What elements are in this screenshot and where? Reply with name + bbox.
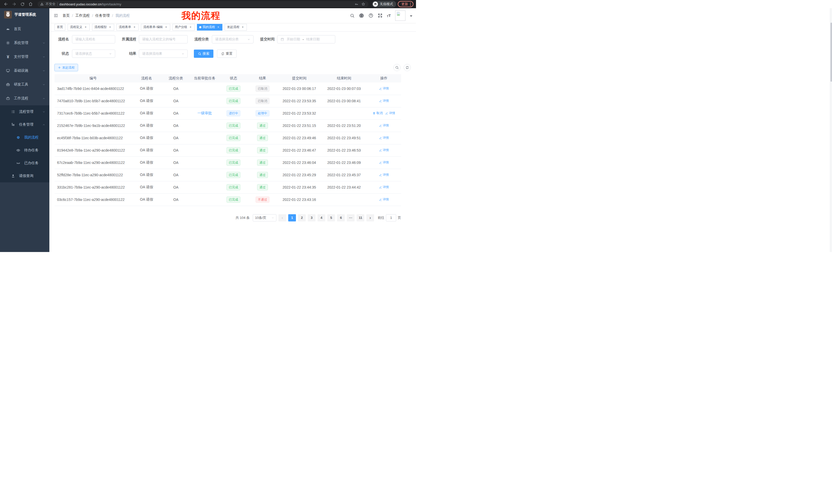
detail-link[interactable]: 详情 [379, 185, 389, 189]
process-def-input[interactable]: 请输入流程定义的编号 [139, 35, 188, 44]
logo-image [4, 11, 12, 19]
cell-submit-time: 2022-01-22 23:43:16 [277, 193, 321, 206]
sidebar-item-8[interactable]: 我的流程 [0, 131, 49, 144]
search-icon[interactable] [350, 13, 355, 18]
tab-1[interactable]: 流程定义× [68, 24, 90, 31]
sidebar-item-4[interactable]: 研发工具 [0, 78, 49, 91]
home-icon[interactable] [27, 1, 34, 7]
filter-result-label: 结果 [121, 51, 136, 56]
next-page-button[interactable]: › [366, 214, 374, 221]
breadcrumb-item: 我的流程 [115, 13, 130, 18]
cell-category: OA [161, 132, 190, 144]
show-search-button[interactable] [393, 64, 400, 71]
detail-link[interactable]: 详情 [379, 148, 389, 152]
cell-task [190, 181, 219, 193]
close-icon[interactable]: × [108, 25, 112, 29]
sidebar-item-3[interactable]: 基础设施 [0, 64, 49, 78]
search-button[interactable]: 搜索 [194, 50, 213, 58]
detail-link[interactable]: 详情 [379, 136, 389, 140]
eye-icon [16, 148, 21, 152]
sidebar-item-6[interactable]: 流程管理 [0, 105, 49, 118]
forward-icon[interactable] [11, 1, 18, 7]
browser-menu-icon[interactable] [410, 3, 411, 6]
address-bar[interactable]: 不安全 dashboard.yudao.iocoder.cn/bpm/task/… [37, 1, 368, 7]
process-name-input[interactable]: 请输入流程名 [72, 35, 115, 44]
tab-5[interactable]: 用户分组× [173, 24, 194, 31]
cell-actions: 详情 [367, 144, 401, 157]
task-link[interactable]: 一级审批 [198, 111, 212, 115]
date-range-picker[interactable]: 开始日期 - 结束日期 [277, 35, 335, 44]
detail-link[interactable]: 详情 [379, 99, 389, 103]
page-button-5[interactable]: 5 [327, 214, 335, 221]
date-start[interactable]: 开始日期 [287, 37, 300, 41]
sidebar-item-1[interactable]: 系统管理 [0, 36, 49, 50]
sidebar-item-11[interactable]: 请假查询 [0, 170, 49, 183]
font-size-icon[interactable]: TT [387, 13, 391, 18]
detail-link[interactable]: 详情 [385, 111, 395, 115]
goto-page-input[interactable] [386, 214, 396, 221]
cell-result: 通过 [248, 119, 277, 132]
star-icon[interactable] [361, 2, 366, 7]
status-select[interactable]: 请选择状态 [72, 50, 115, 58]
github-icon[interactable] [359, 13, 364, 18]
page-size-select[interactable]: 10条/页 [253, 214, 277, 221]
sidebar-item-0[interactable]: 首页 [0, 22, 49, 36]
detail-link[interactable]: 详情 [379, 197, 389, 202]
sidebar-item-label: 请假查询 [19, 174, 33, 178]
page-button-11[interactable]: 11 [357, 214, 364, 221]
breadcrumb-item[interactable]: 任务管理 [95, 13, 110, 18]
logo[interactable]: 芋道管理系统 [0, 8, 49, 21]
cancel-link[interactable]: 取消 [372, 111, 383, 115]
tab-3[interactable]: 流程表单× [116, 24, 138, 31]
detail-link[interactable]: 详情 [379, 160, 389, 165]
avatar[interactable] [395, 10, 406, 21]
update-button[interactable]: 更新 [398, 1, 413, 7]
close-icon[interactable]: × [133, 25, 136, 29]
page-button-4[interactable]: 4 [317, 214, 325, 221]
reload-icon[interactable] [19, 1, 26, 7]
edit-icon [379, 100, 382, 103]
cell-status: 已完成 [219, 157, 248, 169]
category-select[interactable]: 请选择流程分类 [212, 35, 254, 44]
prev-page-button[interactable]: ‹ [279, 214, 286, 221]
result-select[interactable]: 请选择流结果 [139, 50, 188, 58]
page-button-3[interactable]: 3 [308, 214, 315, 221]
sidebar-item-5[interactable]: 工作流程 [0, 91, 49, 105]
date-end[interactable]: 结束日期 [306, 37, 319, 41]
page-button-1[interactable]: 1 [288, 214, 296, 221]
pagination-ellipsis[interactable]: ··· [347, 214, 355, 221]
column-header: 结束时间 [321, 74, 367, 82]
sidebar-item-10[interactable]: 已办任务 [0, 157, 49, 170]
tab-0[interactable]: 首页 [54, 24, 65, 31]
create-process-button[interactable]: 发起流程 [54, 64, 78, 71]
sidebar-item-2[interactable]: ¥支付管理 [0, 50, 49, 64]
caret-down-icon[interactable] [410, 16, 412, 18]
tab-6[interactable]: 我的流程× [197, 24, 223, 31]
sidebar-item-7[interactable]: 任务管理 [0, 118, 49, 131]
tab-7[interactable]: 发起流程× [225, 24, 247, 31]
tab-2[interactable]: 流程模型× [92, 24, 114, 31]
back-icon[interactable] [3, 1, 9, 7]
breadcrumb-item[interactable]: 首页 [62, 13, 70, 18]
detail-link[interactable]: 详情 [379, 123, 389, 128]
close-icon[interactable]: × [164, 25, 168, 29]
detail-link[interactable]: 详情 [379, 173, 389, 177]
close-icon[interactable]: × [216, 25, 220, 29]
close-icon[interactable]: × [241, 25, 244, 29]
page-button-2[interactable]: 2 [298, 214, 306, 221]
detail-link[interactable]: 详情 [379, 86, 389, 91]
page-button-6[interactable]: 6 [337, 214, 345, 221]
reset-button[interactable]: 重置 [217, 50, 237, 58]
fullscreen-icon[interactable] [378, 13, 383, 18]
cell-name: OA 请假 [132, 119, 161, 132]
close-icon[interactable]: × [84, 25, 87, 29]
tab-4[interactable]: 流程表单-编辑× [141, 24, 170, 31]
hamburger-icon[interactable] [49, 8, 62, 23]
key-icon[interactable] [354, 2, 359, 7]
sidebar-item-9[interactable]: 待办任务 [0, 144, 49, 157]
refresh-table-button[interactable] [404, 64, 411, 71]
cell-actions: 详情 [367, 119, 401, 132]
help-icon[interactable] [368, 13, 373, 18]
close-icon[interactable]: × [189, 25, 192, 29]
breadcrumb-item[interactable]: 工作流程 [75, 13, 90, 18]
